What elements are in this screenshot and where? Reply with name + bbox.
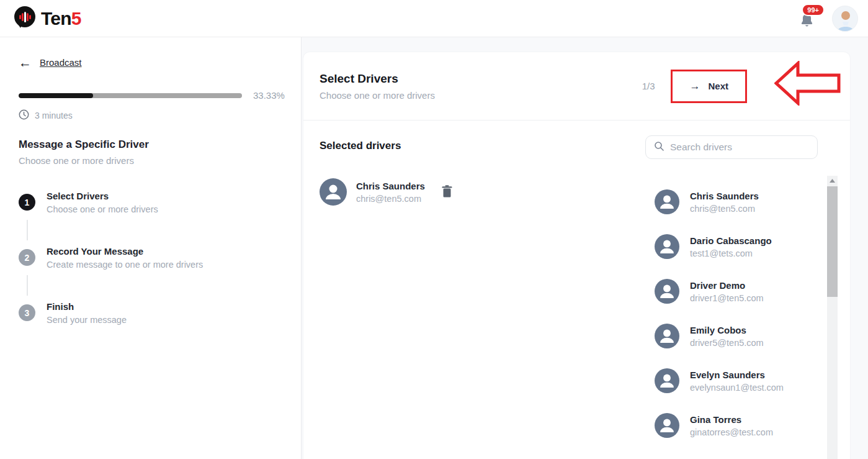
step-number-badge: 1 (19, 194, 35, 211)
broadcast-wizard-sidebar: ← Broadcast 33.33% 3 minutes Message a S… (0, 37, 302, 459)
driver-avatar (655, 279, 679, 304)
driver-name: Emily Cobos (690, 325, 764, 335)
annotation-highlight-box: → Next (671, 70, 747, 103)
step-indicator: 1/3 (642, 81, 655, 91)
scrollbar-thumb[interactable] (827, 186, 838, 297)
selected-drivers-section: Selected drivers Chris Saunders chris@te… (303, 120, 645, 459)
card-body: Selected drivers Chris Saunders chris@te… (303, 120, 850, 459)
step-title: Record Your Message (47, 246, 203, 257)
wizard-steps: 1 Select Drivers Choose one or more driv… (19, 191, 282, 325)
card-header: Select Drivers Choose one or more driver… (303, 52, 850, 120)
selected-driver-chip: Chris Saunders chris@ten5.com (320, 178, 454, 206)
driver-email: chris@ten5.com (690, 204, 759, 214)
driver-email: ginatorres@test.com (690, 427, 773, 437)
step-description: Create message to one or more drivers (47, 260, 203, 270)
driver-list-item[interactable]: Chris Saunders chris@ten5.com (655, 180, 850, 224)
notifications-button[interactable]: 99+ (799, 12, 815, 31)
step-number-badge: 2 (19, 249, 35, 266)
available-drivers-list: Chris Saunders chris@ten5.com Dario Caba… (645, 180, 850, 448)
driver-list-item[interactable]: Dario Cabascango test1@tets.com (655, 224, 850, 269)
driver-avatar (655, 324, 679, 348)
driver-name: Gina Torres (690, 414, 773, 425)
progress-bar-fill (19, 93, 93, 98)
back-arrow-icon[interactable]: ← (19, 56, 32, 69)
driver-name: Chris Saunders (690, 191, 759, 201)
driver-name: Dario Cabascango (690, 235, 772, 246)
step-description: Send your message (47, 315, 127, 325)
page-title: Select Drivers (320, 72, 435, 86)
remove-driver-button[interactable] (441, 184, 454, 201)
step-finish[interactable]: 3 Finish Send your message (19, 301, 282, 325)
wizard-subtitle: Choose one or more drivers (19, 155, 282, 166)
next-button-label: Next (708, 81, 728, 91)
annotation-pointer-arrow (774, 61, 841, 108)
trash-icon (442, 190, 452, 199)
driver-name: Evelyn Saunders (690, 370, 784, 380)
search-drivers-input[interactable] (670, 142, 809, 153)
next-arrow-icon: → (689, 80, 700, 93)
step-description: Choose one or more drivers (47, 204, 158, 214)
driver-avatar (655, 413, 679, 438)
notification-count-badge: 99+ (802, 4, 825, 16)
selected-drivers-heading: Selected drivers (320, 140, 633, 152)
scrollbar-up-arrow[interactable] (827, 176, 838, 186)
step-record-message[interactable]: 2 Record Your Message Create message to … (19, 246, 282, 270)
search-drivers-box[interactable] (645, 135, 818, 159)
step-connector-line (27, 275, 28, 296)
driver-name: Driver Demo (690, 280, 764, 291)
driver-list-item[interactable]: Gina Torres ginatorres@test.com (655, 403, 850, 448)
driver-picker-section: Chris Saunders chris@ten5.com Dario Caba… (645, 120, 850, 459)
bell-icon (799, 20, 815, 30)
step-title: Finish (47, 301, 127, 312)
wizard-title: Message a Specific Driver (19, 139, 282, 151)
duration-label: 3 minutes (35, 111, 73, 120)
page-subtitle: Choose one or more drivers (320, 90, 435, 101)
main-content-area: Select Drivers Choose one or more driver… (302, 37, 868, 459)
logo-speech-bubble-icon (12, 5, 37, 32)
selected-driver-name: Chris Saunders (356, 181, 425, 191)
next-button[interactable]: → Next (673, 71, 745, 101)
clock-icon (19, 109, 29, 122)
broadcast-back-link[interactable]: Broadcast (40, 57, 82, 68)
driver-list-item[interactable]: Driver Demo driver1@ten5.com (655, 269, 850, 314)
app-logo: Ten5 (12, 5, 81, 32)
driver-avatar (320, 178, 347, 206)
driver-avatar (655, 189, 679, 214)
step-number-badge: 3 (19, 304, 35, 321)
select-drivers-card: Select Drivers Choose one or more driver… (303, 52, 850, 459)
step-select-drivers[interactable]: 1 Select Drivers Choose one or more driv… (19, 191, 282, 214)
driver-avatar (655, 368, 679, 393)
logo-wordmark: Ten5 (41, 8, 81, 29)
step-connector-line (27, 220, 28, 240)
driver-list-scrollbar[interactable] (827, 176, 838, 459)
driver-list-item[interactable]: Emily Cobos driver5@ten5.com (655, 314, 850, 358)
step-title: Select Drivers (47, 191, 158, 201)
driver-email: test1@tets.com (690, 248, 772, 258)
progress-bar (19, 93, 242, 98)
driver-email: driver5@ten5.com (690, 338, 764, 348)
driver-list-item[interactable]: Evelyn Saunders evelynsaun1@test.com (655, 358, 850, 403)
driver-email: driver1@ten5.com (690, 293, 764, 303)
search-icon (654, 141, 664, 153)
user-avatar[interactable] (832, 6, 858, 32)
driver-avatar (655, 234, 679, 259)
selected-driver-email: chris@ten5.com (356, 194, 425, 204)
driver-email: evelynsaun1@test.com (690, 383, 784, 393)
top-header-bar: Ten5 99+ (0, 0, 868, 37)
progress-percent-label: 33.33% (253, 90, 285, 101)
